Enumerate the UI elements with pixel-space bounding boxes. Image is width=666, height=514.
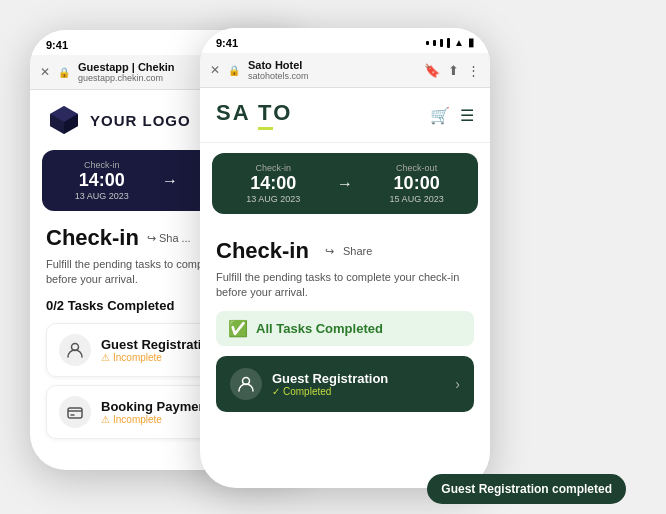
time-back: 9:41 bbox=[46, 39, 68, 51]
logo-cube-icon bbox=[46, 102, 82, 138]
logo-back: YOUR LOGO bbox=[46, 102, 191, 138]
browser-bar-front: ✕ 🔒 Sato Hotel satohotels.com 🔖 ⬆ ⋮ bbox=[200, 53, 490, 88]
checkin-label-front: Check-in bbox=[246, 163, 300, 173]
status-icons-front: ▲ ▮ bbox=[426, 36, 474, 49]
close-tab-front[interactable]: ✕ bbox=[210, 63, 220, 77]
task-item-guest-front[interactable]: Guest Registration ✓ Completed › bbox=[216, 356, 474, 412]
browser-actions-front: 🔖 ⬆ ⋮ bbox=[424, 63, 480, 78]
checkin-time-front: 14:00 bbox=[246, 173, 300, 194]
sato-header-icons: 🛒 ☰ bbox=[430, 106, 474, 125]
arrow-icon-back: → bbox=[162, 172, 178, 190]
checkin-group-front: Check-in 14:00 13 AUG 2023 bbox=[246, 163, 300, 204]
menu-icon-front[interactable]: ☰ bbox=[460, 106, 474, 125]
share-link-front[interactable]: ↪ Share bbox=[325, 245, 372, 258]
checkout-label-front: Check-out bbox=[390, 163, 444, 173]
page-desc-front: Fulfill the pending tasks to complete yo… bbox=[216, 270, 474, 301]
checkout-group-front: Check-out 10:00 15 AUG 2023 bbox=[390, 163, 444, 204]
sato-header: SA TO 🛒 ☰ bbox=[200, 88, 490, 143]
close-tab-back[interactable]: ✕ bbox=[40, 65, 50, 79]
signal-bar-f2 bbox=[433, 40, 436, 46]
bottom-label: Guest Registration completed bbox=[427, 474, 626, 504]
url-info-front: Sato Hotel satohotels.com bbox=[248, 59, 416, 81]
warning-icon-payment-back: ⚠ bbox=[101, 414, 110, 425]
page-content-front: Check-in ↪ Share Fulfill the pending tas… bbox=[200, 224, 490, 412]
task-name-guest-front: Guest Registration bbox=[272, 371, 445, 386]
bookmark-icon-front[interactable]: 🔖 bbox=[424, 63, 440, 78]
share-arrow-icon-front: ↪ bbox=[325, 245, 334, 258]
site-name-front: Sato Hotel bbox=[248, 59, 416, 71]
page-title-front: Check-in bbox=[216, 238, 309, 264]
more-icon-front[interactable]: ⋮ bbox=[467, 63, 480, 78]
chevron-guest-front: › bbox=[455, 376, 460, 392]
cart-icon-front[interactable]: 🛒 bbox=[430, 106, 450, 125]
time-front: 9:41 bbox=[216, 37, 238, 49]
page-title-back: Check-in bbox=[46, 225, 139, 251]
front-phone: 9:41 ▲ ▮ ✕ 🔒 Sato Hotel satohotels.com 🔖… bbox=[200, 28, 490, 488]
checkin-label-back: Check-in bbox=[75, 160, 129, 170]
check-icon-front: ✓ bbox=[272, 386, 280, 397]
checkout-date-front: 15 AUG 2023 bbox=[390, 194, 444, 204]
signal-bar-f3 bbox=[440, 39, 443, 47]
all-tasks-completed-banner: ✅ All Tasks Completed bbox=[216, 311, 474, 346]
task-icon-guest-front bbox=[230, 368, 262, 400]
task-status-guest-front: ✓ Completed bbox=[272, 386, 445, 397]
share-link-back[interactable]: ↪ Sha... bbox=[147, 232, 191, 245]
task-icon-guest-back bbox=[59, 334, 91, 366]
checkin-date-front: 13 AUG 2023 bbox=[246, 194, 300, 204]
checkin-bar-front: Check-in 14:00 13 AUG 2023 → Check-out 1… bbox=[212, 153, 478, 214]
wifi-icon-front: ▲ bbox=[454, 37, 464, 48]
battery-icon-front: ▮ bbox=[468, 36, 474, 49]
lock-icon-back: 🔒 bbox=[58, 67, 70, 78]
task-info-guest-front: Guest Registration ✓ Completed bbox=[272, 371, 445, 397]
logo-text-back: YOUR LOGO bbox=[90, 112, 191, 129]
arrow-icon-front: → bbox=[337, 175, 353, 193]
check-circle-icon: ✅ bbox=[228, 319, 248, 338]
signal-bar-f1 bbox=[426, 41, 429, 45]
checkin-time-back: 14:00 bbox=[75, 170, 129, 191]
checkout-time-front: 10:00 bbox=[390, 173, 444, 194]
checkin-date-back: 13 AUG 2023 bbox=[75, 191, 129, 201]
checkin-group-back: Check-in 14:00 13 AUG 2023 bbox=[75, 160, 129, 201]
svg-rect-5 bbox=[68, 408, 82, 418]
lock-icon-front: 🔒 bbox=[228, 65, 240, 76]
task-icon-payment-back bbox=[59, 396, 91, 428]
sato-logo-text: SA TO bbox=[216, 100, 292, 130]
share-icon-front[interactable]: ⬆ bbox=[448, 63, 459, 78]
status-bar-front: 9:41 ▲ ▮ bbox=[200, 28, 490, 53]
all-tasks-label: All Tasks Completed bbox=[256, 321, 383, 336]
sato-logo: SA TO bbox=[216, 100, 292, 130]
title-row-front: Check-in ↪ Share bbox=[216, 238, 474, 264]
site-url-front: satohotels.com bbox=[248, 71, 416, 81]
warning-icon-back: ⚠ bbox=[101, 352, 110, 363]
signal-bar-f4 bbox=[447, 38, 450, 48]
